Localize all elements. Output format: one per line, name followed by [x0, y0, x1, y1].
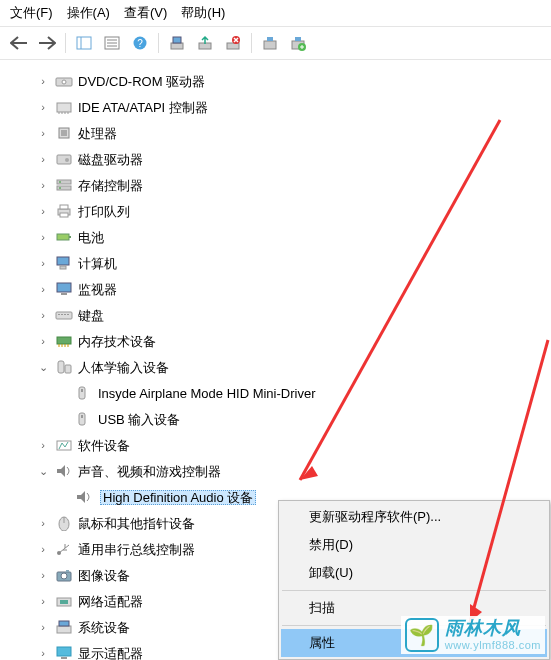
- tree-item-ide[interactable]: › IDE ATA/ATAPI 控制器: [8, 94, 551, 120]
- network-icon: [54, 592, 74, 610]
- svg-rect-72: [61, 657, 67, 659]
- properties-button[interactable]: [99, 31, 125, 55]
- tree-label: 内存技术设备: [78, 335, 156, 348]
- svg-rect-45: [64, 314, 66, 315]
- chevron-right-icon[interactable]: ›: [36, 152, 50, 166]
- svg-text:?: ?: [137, 38, 143, 49]
- battery-icon: [54, 228, 74, 246]
- watermark: 🌱 雨林木风 www.ylmf888.com: [401, 616, 545, 654]
- keyboard-icon: [54, 306, 74, 324]
- svg-rect-0: [77, 37, 91, 49]
- chevron-down-icon[interactable]: ⌄: [36, 360, 50, 374]
- spacer: [56, 412, 70, 426]
- svg-rect-14: [267, 37, 273, 41]
- separator: [251, 33, 252, 53]
- chevron-down-icon[interactable]: ⌄: [36, 464, 50, 478]
- chevron-right-icon[interactable]: ›: [36, 230, 50, 244]
- hid-device-icon: [74, 410, 94, 428]
- chevron-right-icon[interactable]: ›: [36, 282, 50, 296]
- back-arrow-icon: [10, 36, 28, 50]
- svg-rect-9: [173, 37, 181, 43]
- svg-rect-46: [67, 314, 69, 315]
- chevron-right-icon[interactable]: ›: [36, 542, 50, 556]
- watermark-title: 雨林木风: [445, 618, 541, 639]
- add-button[interactable]: [285, 31, 311, 55]
- svg-point-32: [59, 187, 61, 189]
- scan-icon: [169, 35, 185, 51]
- tree-label: 打印队列: [78, 205, 130, 218]
- show-hide-button[interactable]: [71, 31, 97, 55]
- chevron-right-icon[interactable]: ›: [36, 594, 50, 608]
- display-icon: [54, 644, 74, 660]
- tree-item-monitor[interactable]: › 监视器: [8, 276, 551, 302]
- chevron-right-icon[interactable]: ›: [36, 646, 50, 660]
- watermark-url: www.ylmf888.com: [445, 639, 541, 652]
- chevron-right-icon[interactable]: ›: [36, 334, 50, 348]
- chevron-right-icon[interactable]: ›: [36, 516, 50, 530]
- chevron-right-icon[interactable]: ›: [36, 568, 50, 582]
- ctx-disable[interactable]: 禁用(D): [281, 531, 547, 559]
- tree-item-keyboard[interactable]: › 键盘: [8, 302, 551, 328]
- svg-rect-54: [79, 387, 85, 399]
- tree-label: 磁盘驱动器: [78, 153, 143, 166]
- menu-action[interactable]: 操作(A): [67, 4, 110, 22]
- chevron-right-icon[interactable]: ›: [36, 438, 50, 452]
- tree-label: 存储控制器: [78, 179, 143, 192]
- svg-rect-70: [59, 621, 69, 626]
- svg-rect-8: [171, 43, 183, 49]
- tree-item-hid[interactable]: ⌄ 人体学输入设备: [8, 354, 551, 380]
- menu-help[interactable]: 帮助(H): [181, 4, 225, 22]
- tree-label: 人体学输入设备: [78, 361, 169, 374]
- chevron-right-icon[interactable]: ›: [36, 204, 50, 218]
- printer-icon: [54, 202, 74, 220]
- svg-marker-60: [77, 491, 85, 503]
- scan-button[interactable]: [164, 31, 190, 55]
- hid-icon: [54, 358, 74, 376]
- menu-view[interactable]: 查看(V): [124, 4, 167, 22]
- tree-item-storage[interactable]: › 存储控制器: [8, 172, 551, 198]
- pane-icon: [76, 36, 92, 50]
- svg-rect-55: [81, 389, 83, 392]
- tree-label: 通用串行总线控制器: [78, 543, 195, 556]
- help-icon: ?: [132, 35, 148, 51]
- tree-item-computer[interactable]: › 计算机: [8, 250, 551, 276]
- tree-item-hid-usb[interactable]: USB 输入设备: [8, 406, 551, 432]
- tree-item-disk[interactable]: › 磁盘驱动器: [8, 146, 551, 172]
- help-button[interactable]: ?: [127, 31, 153, 55]
- camera-icon: [54, 566, 74, 584]
- update-icon: [197, 35, 213, 51]
- update-button[interactable]: [192, 31, 218, 55]
- tree-item-sound[interactable]: ⌄ 声音、视频和游戏控制器: [8, 458, 551, 484]
- tree-label: 图像设备: [78, 569, 130, 582]
- tree-label: DVD/CD-ROM 驱动器: [78, 75, 205, 88]
- ctx-update-driver[interactable]: 更新驱动程序软件(P)...: [281, 503, 547, 531]
- chevron-right-icon[interactable]: ›: [36, 126, 50, 140]
- svg-point-31: [59, 181, 61, 183]
- tree-item-softdev[interactable]: › 软件设备: [8, 432, 551, 458]
- tree-item-printq[interactable]: › 打印队列: [8, 198, 551, 224]
- back-button[interactable]: [6, 31, 32, 55]
- ctx-uninstall[interactable]: 卸载(U): [281, 559, 547, 587]
- chevron-right-icon[interactable]: ›: [36, 308, 50, 322]
- chevron-right-icon[interactable]: ›: [36, 74, 50, 88]
- svg-rect-66: [66, 570, 69, 572]
- tree-item-memtech[interactable]: › 内存技术设备: [8, 328, 551, 354]
- chevron-right-icon[interactable]: ›: [36, 620, 50, 634]
- tree-item-cpu[interactable]: › 处理器: [8, 120, 551, 146]
- storage-icon: [54, 176, 74, 194]
- tree-label: IDE ATA/ATAPI 控制器: [78, 101, 208, 114]
- svg-marker-59: [57, 465, 65, 477]
- chevron-right-icon[interactable]: ›: [36, 100, 50, 114]
- menu-file[interactable]: 文件(F): [10, 4, 53, 22]
- forward-button[interactable]: [34, 31, 60, 55]
- tree-item-battery[interactable]: › 电池: [8, 224, 551, 250]
- spacer: [56, 386, 70, 400]
- tree-label: 声音、视频和游戏控制器: [78, 465, 221, 478]
- legacy-button[interactable]: [257, 31, 283, 55]
- chevron-right-icon[interactable]: ›: [36, 256, 50, 270]
- tree-label: Insyde Airplane Mode HID Mini-Driver: [98, 387, 315, 400]
- tree-item-dvd[interactable]: › DVD/CD-ROM 驱动器: [8, 68, 551, 94]
- chevron-right-icon[interactable]: ›: [36, 178, 50, 192]
- uninstall-button[interactable]: [220, 31, 246, 55]
- tree-item-hid-airplane[interactable]: Insyde Airplane Mode HID Mini-Driver: [8, 380, 551, 406]
